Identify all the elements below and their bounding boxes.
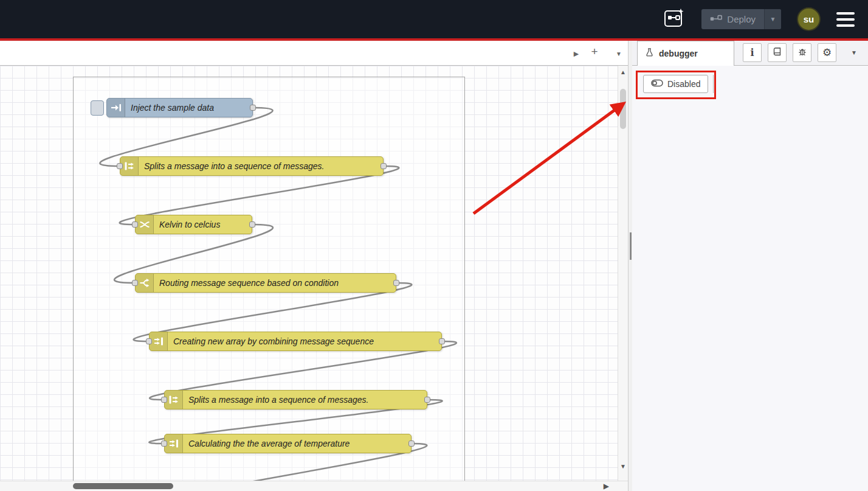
sidebar-tab-label: debugger <box>659 49 698 58</box>
deploy-label: Deploy <box>727 14 756 24</box>
canvas-horizontal-scrollbar[interactable]: ▶ <box>0 481 618 491</box>
node-label: Calculating the the average of temperatu… <box>183 439 356 448</box>
chevron-down-icon: ▼ <box>770 16 776 23</box>
bug-icon <box>797 47 807 58</box>
node-label: Kelvin to celcius <box>154 220 226 229</box>
join-icon <box>150 332 168 350</box>
workspace: ▶ + ▼ Inject the sample dataSplits a mes… <box>0 41 628 491</box>
gear-icon: ⚙ <box>822 46 832 59</box>
port-out[interactable] <box>439 338 445 344</box>
book-icon <box>773 47 782 58</box>
scroll-right-icon[interactable]: ▶ <box>604 482 609 490</box>
flask-icon <box>645 47 654 60</box>
port-out[interactable] <box>249 221 255 228</box>
config-tool-button[interactable]: ⚙ <box>818 43 836 62</box>
scroll-down-icon[interactable]: ▼ <box>618 463 628 470</box>
separator-grip[interactable] <box>630 232 632 260</box>
flow-node-kelvin-to-celcius[interactable]: Kelvin to celcius <box>135 215 252 234</box>
main-area: ▶ + ▼ Inject the sample dataSplits a mes… <box>0 41 868 491</box>
port-out[interactable] <box>393 280 399 286</box>
deploy-options-caret[interactable]: ▼ <box>764 9 781 29</box>
scrollbar-corner <box>618 481 628 491</box>
node-label: Creating new array by combining message … <box>168 336 380 346</box>
flow-node-join[interactable]: Creating new array by combining message … <box>149 332 442 351</box>
tab-debugger[interactable]: debugger <box>637 41 734 66</box>
button-group-separator <box>713 75 714 93</box>
flow-node-average[interactable]: Calculating the the average of temperatu… <box>164 434 412 453</box>
sidebar-separator[interactable] <box>628 41 632 491</box>
node-label: Routing message sequence based on condit… <box>154 278 345 288</box>
header: Deploy ▼ su <box>0 0 868 41</box>
ai-assistant-button[interactable] <box>663 8 686 31</box>
split-icon <box>165 391 183 409</box>
port-in[interactable] <box>161 397 167 403</box>
inject-button[interactable] <box>91 100 104 116</box>
flow-node-switch[interactable]: Routing message sequence based on condit… <box>135 273 396 293</box>
info-tool-button[interactable]: i <box>743 43 762 62</box>
flow-canvas[interactable]: Inject the sample dataSplits a message i… <box>0 66 618 481</box>
port-in[interactable] <box>146 338 152 344</box>
split-icon <box>120 157 139 175</box>
port-in[interactable] <box>161 441 167 447</box>
inject-icon <box>107 99 125 117</box>
port-in[interactable] <box>117 163 123 169</box>
sidebar-tabbar: debugger i <box>632 41 868 66</box>
range-icon <box>136 215 154 234</box>
switch-icon <box>136 274 154 292</box>
ai-flow-sparkle-icon <box>664 8 684 30</box>
flow-node-inject[interactable]: Inject the sample data <box>106 98 253 117</box>
deploy-button[interactable]: Deploy ▼ <box>701 9 781 29</box>
deploy-button-main[interactable]: Deploy <box>701 9 764 29</box>
vertical-scrollbar-thumb[interactable] <box>620 89 626 129</box>
node-label: Splits a message into a sequence of mess… <box>183 395 375 405</box>
flow-node-split-2[interactable]: Splits a message into a sequence of mess… <box>164 390 427 409</box>
port-out[interactable] <box>424 397 430 403</box>
join-icon <box>165 434 183 453</box>
node-label: Splits a message into a sequence of mess… <box>139 161 331 171</box>
nodes-layer: Inject the sample dataSplits a message i… <box>0 66 618 481</box>
disabled-toggle-label: Disabled <box>667 79 700 89</box>
hamburger-menu-icon[interactable] <box>836 12 855 27</box>
port-in[interactable] <box>132 221 138 228</box>
horizontal-scrollbar-thumb[interactable] <box>73 483 173 489</box>
debug-tool-button[interactable] <box>793 43 811 62</box>
info-icon: i <box>750 47 754 58</box>
sidebar: debugger i <box>632 41 868 491</box>
add-flow-icon[interactable]: + <box>587 44 602 59</box>
node-label: Inject the sample data <box>125 103 220 113</box>
help-tool-button[interactable] <box>768 43 787 62</box>
flow-node-split-1[interactable]: Splits a message into a sequence of mess… <box>120 156 384 176</box>
sidebar-collapse-caret-icon[interactable]: ▼ <box>846 43 862 62</box>
port-out[interactable] <box>408 441 415 447</box>
toggle-off-icon <box>651 79 663 89</box>
port-in[interactable] <box>132 280 138 286</box>
scroll-up-icon[interactable]: ▲ <box>618 69 628 75</box>
flow-list-caret-icon[interactable]: ▼ <box>611 46 626 61</box>
canvas-vertical-scrollbar[interactable]: ▲ ▼ <box>618 66 628 481</box>
port-out[interactable] <box>381 163 387 169</box>
sidebar-content: Disabled <box>632 66 868 491</box>
deploy-icon <box>710 14 722 25</box>
scroll-tabs-right-icon[interactable]: ▶ <box>569 46 584 61</box>
avatar[interactable]: su <box>797 7 821 31</box>
disabled-toggle-button[interactable]: Disabled <box>643 75 708 93</box>
port-out[interactable] <box>250 105 256 111</box>
flow-tabbar: ▶ + ▼ <box>0 41 628 66</box>
